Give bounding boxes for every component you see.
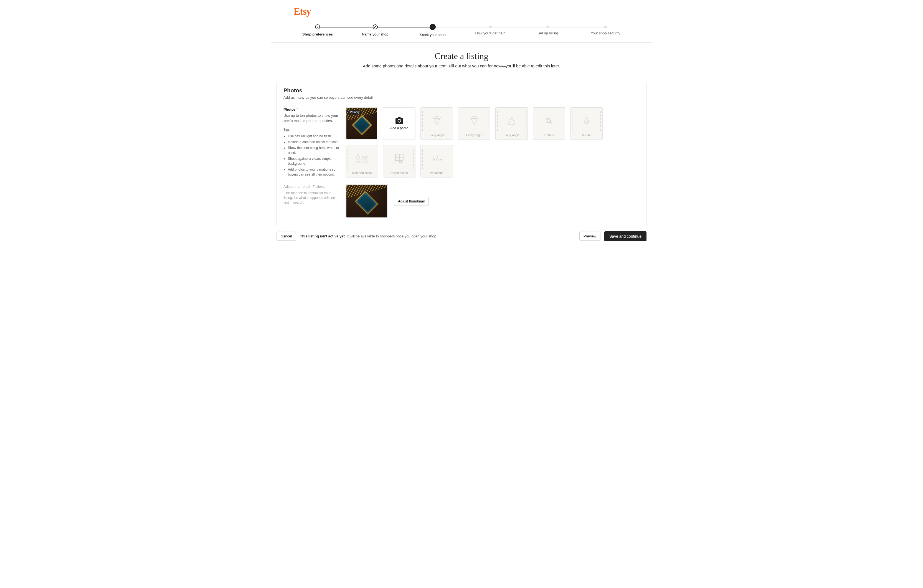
section-title: Photos [283,87,640,94]
field-label: Photos * [283,107,340,112]
step-label: Name your shop [362,32,388,36]
step-shop-preferences[interactable]: Shop preferences [301,25,334,37]
svg-point-6 [365,156,368,159]
step-get-paid: How you'll get pain [474,25,507,37]
onboarding-stepper: Shop preferences Name your shop Stock yo… [271,21,652,43]
size-scale-icon [348,149,376,169]
logo-text: Etsy [294,6,311,17]
save-continue-button[interactable]: Save and continue [604,231,647,241]
listing-status: This listing isn't active yet. It will b… [300,234,437,238]
thumbnail-label: Adjust thumbnail Tiptional [283,184,340,189]
tip-item: Add photos to your variations so buyers … [288,167,340,177]
svg-rect-16 [399,160,402,163]
svg-point-0 [433,117,440,118]
step-billing: Set up billing [531,25,564,37]
photo-grid: Primary Add a photo [346,107,640,178]
photos-help-sidebar: Photos * Use up to ten photos to show yo… [283,107,340,178]
svg-point-5 [587,121,588,122]
step-label: Your shop security [591,31,620,35]
tip-item: Include a common object for scale. [288,140,340,145]
svg-point-4 [585,121,585,122]
step-label: How you'll get pain [475,31,505,35]
photos-card: Photos Add as many as you can so buyers … [276,81,647,226]
adjust-thumbnail-button[interactable]: Adjust thumbnail [394,197,429,206]
step-name-shop[interactable]: Name your shop [359,25,392,37]
photo-slot-placeholder[interactable]: Every angle [458,107,490,140]
cancel-button[interactable]: Cancel [276,232,296,241]
step-label: Stock your shop [420,33,446,37]
thumbnail-preview[interactable] [346,184,388,218]
check-icon [373,25,378,30]
preview-button[interactable]: Preview [580,232,601,241]
svg-line-3 [550,122,552,125]
page-title: Create a listing [271,51,652,61]
field-description: Use up to ten photos to show your item's… [283,113,340,124]
in-use-icon [572,111,601,131]
every-angle-icon [422,111,451,131]
photo-slot-placeholder[interactable]: Every angle [495,107,528,140]
tip-item: Show the item being held, worn, or used. [288,145,340,155]
camera-icon [396,117,403,124]
primary-badge: Primary [348,110,361,115]
photo-slot-placeholder[interactable]: Details [533,107,565,140]
svg-point-1 [471,117,478,118]
check-icon [315,25,320,30]
photo-slot-placeholder[interactable]: Every angle [420,107,453,140]
pending-step-icon [546,26,549,28]
step-label: Shop preferences [302,32,333,36]
thumbnail-description: Fine-tune the thumbnail for your listing… [283,191,340,205]
tips-list: Use natural light and no flash. Include … [283,134,340,177]
every-angle-icon [460,111,488,131]
photo-slot-placeholder[interactable]: Variations [420,145,453,177]
tip-item: Shoot against a clean, simple background… [288,156,340,166]
photo-slot-placeholder[interactable]: Styled scene [383,145,416,177]
pending-step-icon [489,26,492,28]
logo[interactable]: Etsy [271,0,652,21]
current-step-icon [430,24,436,30]
tips-heading: Tips: [283,128,340,131]
step-stock-shop[interactable]: Stock your shop [416,25,449,37]
step-label: Set up billing [537,31,558,35]
page-subtitle: Add some photos and details about your i… [271,64,652,68]
add-photo-button[interactable]: Add a photo [383,107,416,140]
details-icon [535,111,563,131]
photo-slot-primary[interactable]: Primary [346,107,378,140]
thumbnail-image [347,185,387,217]
photo-slot-placeholder[interactable]: In Use [570,107,603,140]
footer-bar: Cancel This listing isn't active yet. It… [271,226,652,247]
thumbnail-help: Adjust thumbnail Tiptional Fine-tune the… [283,184,340,218]
tip-item: Use natural light and no flash. [288,134,340,139]
variations-icon [422,149,451,169]
add-photo-label: Add a photo [390,126,408,130]
section-subtitle: Add as many as you can so buyers can see… [283,95,640,100]
step-security: Your shop security [589,25,622,37]
every-angle-icon [497,111,526,131]
pending-step-icon [604,26,607,28]
photo-slot-placeholder[interactable]: Size and scale [346,145,378,177]
styled-scene-icon [385,149,414,169]
